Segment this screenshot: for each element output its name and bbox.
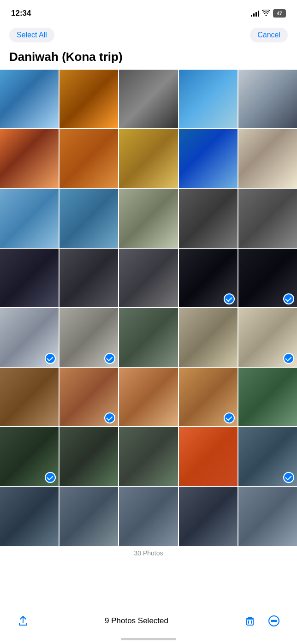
more-icon — [268, 615, 280, 627]
photo-cell[interactable] — [119, 427, 178, 486]
photo-thumbnail — [0, 368, 59, 426]
svg-point-5 — [273, 620, 274, 622]
photo-thumbnail — [179, 129, 238, 188]
photo-cell[interactable] — [0, 368, 59, 426]
photo-thumbnail — [238, 189, 297, 247]
photo-thumbnail — [238, 487, 297, 545]
photo-thumbnail — [119, 427, 178, 486]
photo-cell[interactable] — [0, 70, 59, 128]
photo-thumbnail — [0, 70, 59, 128]
share-icon — [17, 615, 29, 627]
photo-cell[interactable] — [0, 249, 59, 307]
photo-thumbnail — [179, 189, 238, 247]
selected-badge — [224, 293, 235, 304]
photo-thumbnail — [119, 368, 178, 426]
delete-button[interactable] — [242, 613, 258, 629]
selected-badge — [283, 353, 294, 364]
signal-icon — [251, 10, 259, 17]
photo-cell[interactable] — [179, 129, 238, 188]
photo-cell[interactable] — [59, 129, 118, 188]
photo-thumbnail — [119, 249, 178, 307]
photo-cell[interactable] — [59, 189, 118, 247]
photo-count-hint: 30 Photos — [0, 546, 297, 559]
photo-thumbnail — [0, 189, 59, 247]
photo-thumbnail — [59, 249, 118, 307]
photo-thumbnail — [59, 129, 118, 188]
photo-cell[interactable] — [59, 70, 118, 128]
photo-grid — [0, 70, 297, 546]
photo-cell[interactable] — [238, 308, 297, 367]
selected-badge — [45, 353, 56, 364]
photo-thumbnail — [119, 129, 178, 188]
photo-thumbnail — [59, 189, 118, 247]
photo-cell[interactable] — [59, 427, 118, 486]
share-button[interactable] — [15, 613, 31, 629]
photo-thumbnail — [238, 70, 297, 128]
photo-thumbnail — [59, 70, 118, 128]
photo-cell[interactable] — [119, 249, 178, 307]
photo-thumbnail — [59, 487, 118, 545]
photo-thumbnail — [59, 427, 118, 486]
photo-cell[interactable] — [179, 308, 238, 367]
photo-cell[interactable] — [0, 308, 59, 367]
photo-thumbnail — [0, 129, 59, 188]
status-icons: 47 — [251, 9, 286, 18]
photo-thumbnail — [238, 368, 297, 426]
photo-cell[interactable] — [179, 189, 238, 247]
photo-thumbnail — [238, 129, 297, 188]
photo-cell[interactable] — [0, 487, 59, 545]
photo-thumbnail — [179, 308, 238, 367]
photo-cell[interactable] — [179, 487, 238, 545]
photo-cell[interactable] — [0, 189, 59, 247]
photo-thumbnail — [179, 70, 238, 128]
photo-cell[interactable] — [238, 249, 297, 307]
trash-icon — [244, 615, 256, 627]
photo-thumbnail — [119, 70, 178, 128]
photo-cell[interactable] — [0, 129, 59, 188]
photo-cell[interactable] — [59, 308, 118, 367]
svg-point-6 — [275, 620, 276, 622]
photo-cell[interactable] — [119, 308, 178, 367]
selected-count-text: 9 Photos Selected — [105, 616, 168, 626]
photo-cell[interactable] — [119, 70, 178, 128]
photo-cell[interactable] — [119, 487, 178, 545]
photo-cell[interactable] — [238, 189, 297, 247]
home-indicator — [121, 638, 176, 640]
photo-cell[interactable] — [179, 368, 238, 426]
photo-thumbnail — [0, 249, 59, 307]
photo-cell[interactable] — [59, 368, 118, 426]
photo-thumbnail — [179, 487, 238, 545]
photo-cell[interactable] — [119, 368, 178, 426]
wifi-icon — [262, 10, 270, 18]
svg-rect-0 — [247, 619, 253, 625]
photo-cell[interactable] — [119, 189, 178, 247]
top-nav: Select All Cancel — [0, 24, 297, 48]
cancel-button[interactable]: Cancel — [250, 28, 288, 42]
photo-thumbnail — [179, 427, 238, 486]
photo-cell[interactable] — [238, 129, 297, 188]
selected-badge — [224, 412, 235, 423]
photo-cell[interactable] — [0, 427, 59, 486]
status-time: 12:34 — [11, 9, 31, 18]
photo-cell[interactable] — [59, 249, 118, 307]
photo-cell[interactable] — [238, 368, 297, 426]
photo-cell[interactable] — [119, 129, 178, 188]
photo-cell[interactable] — [238, 427, 297, 486]
svg-point-4 — [271, 620, 273, 622]
status-bar: 12:34 47 — [0, 0, 297, 24]
photo-cell[interactable] — [179, 427, 238, 486]
select-all-button[interactable]: Select All — [9, 28, 54, 42]
selected-badge — [283, 293, 294, 304]
photo-thumbnail — [0, 487, 59, 545]
album-title: Daniwah (Kona trip) — [0, 48, 297, 70]
photo-thumbnail — [119, 487, 178, 545]
photo-cell[interactable] — [59, 487, 118, 545]
photo-cell[interactable] — [238, 487, 297, 545]
photo-cell[interactable] — [179, 70, 238, 128]
photo-cell[interactable] — [179, 249, 238, 307]
battery-icon: 47 — [273, 9, 286, 18]
photo-thumbnail — [119, 308, 178, 367]
more-button[interactable] — [266, 613, 282, 629]
photo-cell[interactable] — [238, 70, 297, 128]
photo-thumbnail — [119, 189, 178, 247]
